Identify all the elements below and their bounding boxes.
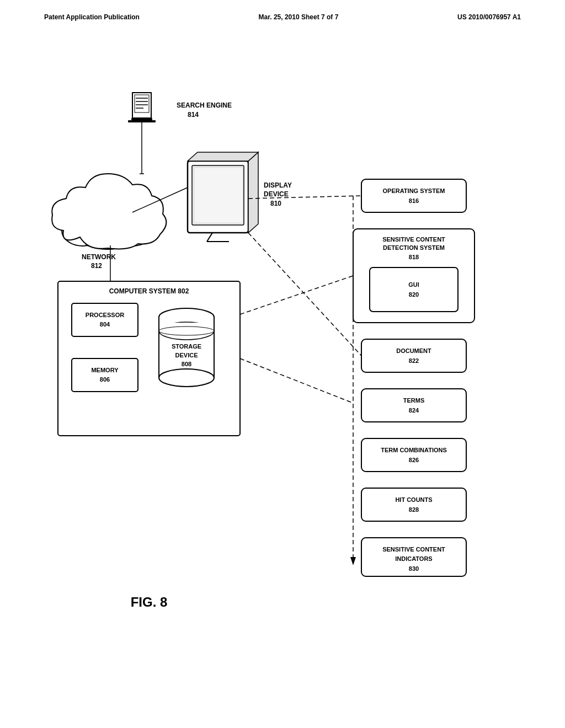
svg-text:GUI: GUI — [408, 281, 419, 288]
svg-rect-58 — [361, 438, 466, 472]
svg-point-10 — [62, 215, 104, 246]
svg-marker-76 — [350, 557, 356, 565]
svg-text:816: 816 — [409, 197, 419, 204]
svg-point-11 — [111, 215, 153, 246]
svg-line-74 — [248, 233, 361, 356]
svg-marker-19 — [248, 152, 258, 233]
svg-text:SEARCH ENGINE: SEARCH ENGINE — [177, 101, 232, 109]
header-left: Patent Application Publication — [44, 13, 140, 21]
svg-text:SENSITIVE CONTENT: SENSITIVE CONTENT — [382, 546, 445, 553]
svg-point-12 — [80, 225, 135, 249]
svg-text:TERMS: TERMS — [403, 397, 425, 404]
svg-point-33 — [159, 308, 214, 326]
svg-text:DEVICE: DEVICE — [175, 352, 198, 358]
svg-text:814: 814 — [188, 111, 199, 119]
svg-text:INDICATORS: INDICATORS — [395, 555, 432, 562]
svg-point-15 — [113, 216, 152, 245]
svg-text:MEMORY: MEMORY — [91, 367, 119, 373]
svg-text:830: 830 — [409, 565, 419, 572]
svg-text:818: 818 — [409, 254, 419, 260]
svg-rect-2 — [132, 93, 151, 118]
svg-line-70 — [132, 188, 188, 212]
svg-rect-21 — [194, 168, 243, 223]
svg-text:TERM COMBINATIONS: TERM COMBINATIONS — [381, 447, 447, 453]
svg-line-22 — [207, 233, 212, 242]
page-header: Patent Application Publication Mar. 25, … — [0, 13, 565, 21]
svg-text:FIG. 8: FIG. 8 — [131, 595, 168, 609]
svg-text:826: 826 — [409, 457, 419, 463]
svg-text:810: 810 — [270, 200, 281, 207]
svg-rect-8 — [140, 118, 144, 121]
svg-point-13 — [76, 200, 140, 242]
svg-line-77 — [240, 358, 352, 403]
header-right: US 2010/0076957 A1 — [457, 13, 521, 21]
svg-rect-42 — [361, 179, 466, 212]
svg-text:OPERATING SYSTEM: OPERATING SYSTEM — [383, 188, 445, 194]
svg-text:DEVICE: DEVICE — [264, 190, 289, 198]
svg-text:812: 812 — [91, 262, 102, 270]
svg-rect-49 — [370, 267, 458, 312]
svg-text:808: 808 — [182, 361, 191, 367]
svg-marker-20 — [188, 152, 258, 161]
svg-rect-3 — [135, 95, 149, 113]
svg-text:DETECTION SYSTEM: DETECTION SYSTEM — [383, 244, 445, 251]
svg-point-9 — [74, 199, 141, 243]
svg-rect-32 — [159, 317, 214, 378]
svg-rect-52 — [361, 339, 466, 372]
svg-text:804: 804 — [100, 321, 110, 328]
svg-rect-37 — [159, 323, 214, 331]
svg-text:STORAGE: STORAGE — [172, 343, 201, 350]
svg-text:SENSITIVE CONTENT: SENSITIVE CONTENT — [382, 236, 445, 243]
svg-point-36 — [159, 322, 214, 340]
svg-text:DISPLAY: DISPLAY — [264, 181, 292, 189]
svg-rect-1 — [131, 118, 152, 120]
svg-text:PROCESSOR: PROCESSOR — [86, 312, 124, 318]
svg-rect-0 — [128, 120, 156, 122]
svg-rect-64 — [361, 538, 466, 576]
svg-text:806: 806 — [100, 376, 110, 383]
svg-point-34 — [159, 369, 214, 387]
svg-text:HIT COUNTS: HIT COUNTS — [395, 496, 432, 503]
svg-text:COMPUTER SYSTEM 802: COMPUTER SYSTEM 802 — [109, 287, 189, 295]
svg-rect-35 — [159, 317, 214, 323]
svg-rect-55 — [361, 389, 466, 422]
svg-text:824: 824 — [409, 407, 419, 414]
svg-line-73 — [240, 276, 353, 314]
svg-rect-18 — [192, 165, 244, 225]
svg-point-38 — [159, 326, 214, 335]
svg-text:822: 822 — [409, 357, 419, 364]
svg-rect-45 — [353, 229, 475, 323]
svg-line-72 — [248, 196, 361, 199]
svg-text:828: 828 — [409, 506, 419, 513]
svg-text:DOCUMENT: DOCUMENT — [396, 347, 431, 354]
svg-text:NETWORK: NETWORK — [82, 253, 116, 261]
svg-rect-29 — [72, 358, 138, 392]
svg-rect-61 — [361, 488, 466, 521]
svg-text:820: 820 — [409, 291, 419, 298]
svg-rect-24 — [58, 281, 240, 436]
svg-rect-26 — [72, 303, 138, 336]
svg-point-14 — [63, 216, 103, 245]
svg-point-16 — [81, 226, 134, 248]
svg-rect-17 — [188, 161, 248, 233]
header-center: Mar. 25, 2010 Sheet 7 of 7 — [259, 13, 339, 21]
